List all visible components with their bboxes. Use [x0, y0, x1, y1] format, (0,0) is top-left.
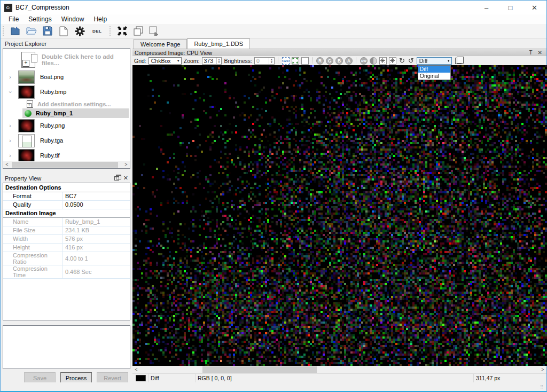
view-close-button[interactable]: ✕ [538, 50, 542, 56]
tree-item-ruby-bmp-1[interactable]: Ruby_bmp_1 [22, 108, 129, 118]
spin-down-icon[interactable]: ▼ [269, 61, 274, 64]
menu-file[interactable]: File [4, 15, 24, 23]
grayscale-button[interactable]: BW [360, 57, 368, 65]
tree-horizontal-scrollbar[interactable]: < > [3, 161, 130, 168]
property-label: Compression Time [3, 265, 62, 278]
float-panel-icon[interactable] [114, 176, 119, 181]
red-channel-button[interactable]: R [316, 57, 324, 65]
background-color-button[interactable] [301, 57, 309, 65]
blue-channel-button[interactable]: B [335, 57, 343, 65]
toolbar-gripper [3, 26, 5, 36]
property-label: Format [3, 192, 62, 200]
diff-image-canvas[interactable] [132, 65, 547, 366]
tree-item-label: Ruby.tif [40, 152, 59, 159]
brightness-spinner[interactable]: 0 ▲▼ [254, 57, 275, 65]
chevron-right-icon[interactable]: › [6, 123, 14, 129]
open-project-button[interactable] [9, 25, 22, 37]
scroll-right-icon[interactable]: > [122, 161, 130, 168]
compress-button[interactable] [116, 25, 129, 37]
add-files-icon [21, 52, 35, 68]
property-row: Compression Ratio 4.00 to 1 [3, 252, 130, 265]
scroll-right-icon[interactable]: > [539, 366, 546, 373]
status-cursor-position: 311,47 px [474, 374, 546, 382]
save-button[interactable] [41, 25, 54, 37]
scroll-left-icon[interactable]: < [3, 161, 11, 168]
chevron-down-icon[interactable]: › [7, 88, 13, 96]
green-channel-button[interactable]: G [326, 57, 333, 65]
menu-window[interactable]: Window [57, 15, 89, 23]
property-row: Width 576 px [3, 234, 130, 243]
menu-settings[interactable]: Settings [24, 15, 56, 23]
chevron-right-icon[interactable]: › [6, 138, 14, 144]
dropdown-option-original[interactable]: Original [418, 73, 450, 80]
tree-item-label: Ruby.bmp [40, 89, 66, 95]
snowflake-button-1[interactable] [379, 57, 387, 65]
alpha-channel-button[interactable]: A [345, 57, 353, 65]
close-panel-icon[interactable]: ✕ [123, 175, 128, 181]
tree-item-ruby-png[interactable]: › Ruby.png [3, 118, 130, 133]
dropdown-option-diff[interactable]: Diff [418, 66, 450, 73]
new-file-button[interactable] [57, 25, 70, 37]
copy-image-button[interactable] [132, 25, 145, 37]
property-view-title: Property View [5, 175, 41, 182]
grid-dropdown[interactable]: ChkBox ▼ [149, 57, 182, 65]
spin-down-icon[interactable]: ▼ [217, 61, 222, 64]
snowflake-button-2[interactable] [389, 57, 396, 65]
tree-rows: Double Click here to add files... › Boat… [3, 49, 130, 161]
rotate-left-button[interactable]: ↺ [408, 57, 415, 64]
tree-item-add-files[interactable]: Double Click here to add files... [3, 50, 130, 69]
chevron-right-icon[interactable]: › [6, 74, 14, 80]
add-destination-label: Add destination settings... [37, 101, 111, 107]
main-toolbar: DEL [1, 24, 546, 38]
view-mode-combo-wrap: Diff ▼ Diff Original [417, 57, 452, 65]
copy-view-button[interactable] [455, 58, 462, 64]
property-value[interactable]: BC7 [62, 192, 130, 200]
resize-grip-icon[interactable]: ⠿ [540, 385, 545, 390]
view-title-bar: Compressed Image: CPU View T ✕ [132, 49, 546, 56]
tab-ruby-bmp-1-dds[interactable]: Ruby_bmp_1.DDS [187, 38, 250, 49]
toolbar-gripper-2 [110, 26, 112, 36]
property-label: Compression Ratio [3, 252, 62, 265]
minimize-button[interactable]: – [474, 1, 498, 14]
zoom-spinner[interactable]: 373 ▲▼ [202, 57, 222, 65]
zoom-label: Zoom: [184, 58, 200, 64]
chevron-right-icon[interactable]: › [6, 153, 14, 159]
tree-item-add-destination[interactable]: Add destination settings... [3, 99, 130, 108]
block-values-button[interactable]: 123 [282, 57, 290, 65]
chevron-down-icon: ▼ [444, 59, 450, 62]
maximize-button[interactable]: □ [498, 1, 522, 14]
tree-item-ruby-bmp[interactable]: › Ruby.bmp [3, 84, 130, 99]
view-toggle-button[interactable]: T [529, 50, 533, 56]
property-row: Quality 0.0500 [3, 200, 130, 209]
ruby-png-thumbnail [18, 119, 35, 132]
status-mode: Diff [149, 374, 196, 382]
settings-button[interactable] [73, 25, 86, 37]
section-header: Destination Options [3, 183, 130, 192]
rotate-right-button[interactable]: ↻ [398, 57, 405, 64]
tree-item-ruby-tga[interactable]: › Ruby.tga [3, 133, 130, 148]
scrollbar-thumb[interactable] [12, 162, 118, 168]
scroll-left-icon[interactable]: < [132, 366, 140, 373]
horizontal-scrollbar[interactable]: < > [132, 366, 546, 373]
folder-arrow-icon [10, 26, 21, 36]
left-panel: Project Explorer Double Click here to ad… [1, 38, 132, 382]
toolbar-separator [278, 57, 279, 64]
invert-button[interactable] [370, 57, 377, 65]
select-region-button[interactable] [148, 25, 161, 37]
document-icon [59, 26, 68, 36]
tree-item-label: Ruby_bmp_1 [36, 110, 73, 116]
open-folder-button[interactable] [25, 25, 38, 37]
process-button[interactable]: Process [60, 372, 92, 383]
tab-welcome-page[interactable]: Welcome Page [134, 39, 187, 49]
boat-thumbnail [18, 70, 35, 84]
ruby-bmp-thumbnail [18, 85, 35, 99]
property-value[interactable]: 0.0500 [62, 200, 130, 209]
tree-item-boat-png[interactable]: › Boat.png [3, 69, 130, 84]
delete-button[interactable]: DEL [89, 29, 105, 34]
close-button[interactable]: ✕ [522, 1, 546, 14]
scrollbar-thumb[interactable] [202, 366, 317, 373]
view-mode-dropdown[interactable]: Diff ▼ [417, 57, 452, 65]
menu-help[interactable]: Help [89, 15, 112, 23]
fit-to-window-button[interactable] [292, 57, 299, 65]
tree-item-ruby-tif[interactable]: › Ruby.tif [3, 148, 130, 161]
